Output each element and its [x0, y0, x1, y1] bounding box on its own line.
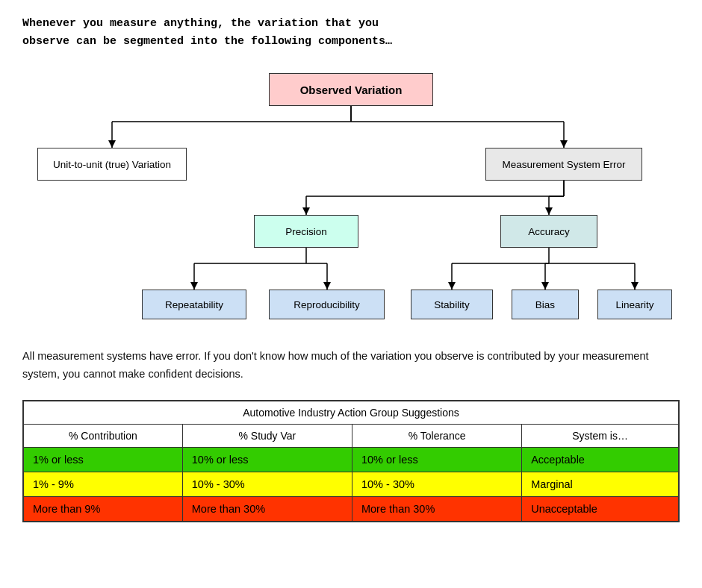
aiag-table: Automotive Industry Action Group Suggest…	[22, 400, 680, 522]
svg-marker-19	[190, 282, 198, 290]
cell-r2-c3: Unacceptable	[522, 496, 679, 522]
node-precision: Precision	[254, 215, 358, 248]
cell-r1-c2: 10% - 30%	[352, 472, 521, 496]
node-unit: Unit-to-unit (true) Variation	[37, 148, 187, 181]
svg-marker-32	[631, 282, 639, 290]
table-header-row: % Contribution % Study Var % Tolerance S…	[23, 424, 679, 447]
node-observed: Observed Variation	[269, 73, 433, 106]
node-linearity: Linearity	[597, 290, 672, 319]
description-text: All measurement systems have error. If y…	[22, 348, 680, 384]
node-stability: Stability	[411, 290, 493, 319]
cell-r0-c0: 1% or less	[23, 447, 182, 472]
cell-r2-c0: More than 9%	[23, 496, 182, 522]
cell-r2-c1: More than 30%	[182, 496, 352, 522]
node-accuracy: Accuracy	[500, 215, 597, 248]
svg-marker-3	[108, 140, 116, 148]
cell-r1-c1: 10% - 30%	[182, 472, 352, 496]
cell-r2-c2: More than 30%	[352, 496, 521, 522]
svg-marker-29	[541, 282, 549, 290]
col-header-system: System is…	[522, 424, 679, 447]
svg-marker-15	[545, 207, 553, 215]
table-body: 1% or less10% or less10% or lessAcceptab…	[23, 447, 679, 522]
svg-marker-26	[448, 282, 456, 290]
cell-r0-c3: Acceptable	[522, 447, 679, 472]
table-row: 1% - 9%10% - 30%10% - 30%Marginal	[23, 472, 679, 496]
svg-marker-7	[560, 140, 568, 148]
svg-marker-11	[302, 207, 310, 215]
intro-line2: observe can be segmented into the follow…	[22, 33, 680, 51]
cell-r0-c1: 10% or less	[182, 447, 352, 472]
intro-text: Whenever you measure anything, the varia…	[22, 15, 680, 51]
node-repeatability: Repeatability	[142, 290, 246, 319]
col-header-tolerance: % Tolerance	[352, 424, 521, 447]
table-row: 1% or less10% or less10% or lessAcceptab…	[23, 447, 679, 472]
cell-r1-c0: 1% - 9%	[23, 472, 182, 496]
svg-marker-22	[323, 282, 331, 290]
node-mse: Measurement System Error	[485, 148, 642, 181]
table-row: More than 9%More than 30%More than 30%Un…	[23, 496, 679, 522]
col-header-study-var: % Study Var	[182, 424, 352, 447]
cell-r0-c2: 10% or less	[352, 447, 521, 472]
cell-r1-c3: Marginal	[522, 472, 679, 496]
col-header-contribution: % Contribution	[23, 424, 182, 447]
node-reproducibility: Reproducibility	[269, 290, 385, 319]
table-title: Automotive Industry Action Group Suggest…	[23, 401, 679, 425]
node-bias: Bias	[512, 290, 579, 319]
intro-line1: Whenever you measure anything, the varia…	[22, 15, 680, 33]
tree-diagram: Observed Variation Unit-to-unit (true) V…	[22, 66, 680, 334]
